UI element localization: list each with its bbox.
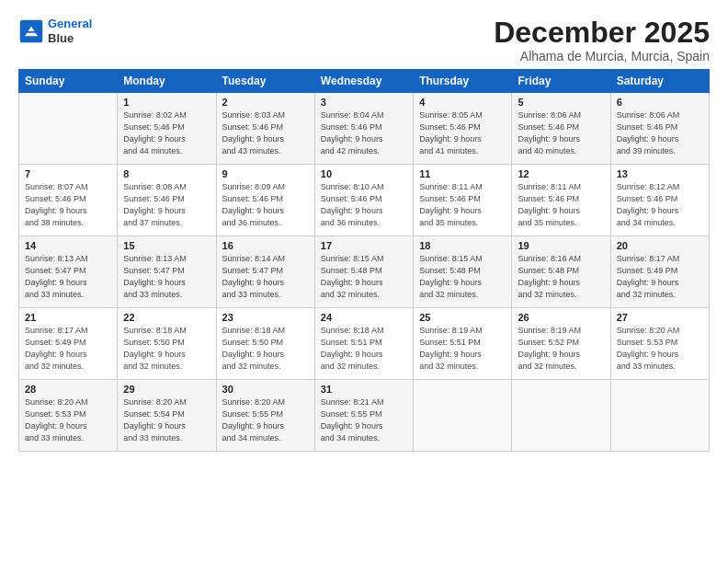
- day-number: 17: [321, 240, 407, 251]
- calendar-cell: 10Sunrise: 8:10 AM Sunset: 5:46 PM Dayli…: [314, 165, 413, 236]
- calendar-cell: 4Sunrise: 8:05 AM Sunset: 5:46 PM Daylig…: [414, 93, 512, 165]
- day-info: Sunrise: 8:20 AM Sunset: 5:55 PM Dayligh…: [222, 396, 309, 444]
- calendar-cell: 18Sunrise: 8:15 AM Sunset: 5:48 PM Dayli…: [414, 236, 512, 308]
- day-info: Sunrise: 8:15 AM Sunset: 5:48 PM Dayligh…: [419, 253, 506, 301]
- calendar-cell: 6Sunrise: 8:06 AM Sunset: 5:46 PM Daylig…: [610, 93, 709, 165]
- day-info: Sunrise: 8:13 AM Sunset: 5:47 PM Dayligh…: [25, 253, 111, 301]
- day-info: Sunrise: 8:16 AM Sunset: 5:48 PM Dayligh…: [518, 253, 604, 301]
- calendar-cell: 11Sunrise: 8:11 AM Sunset: 5:46 PM Dayli…: [414, 165, 512, 236]
- day-header-friday: Friday: [512, 70, 610, 93]
- day-info: Sunrise: 8:19 AM Sunset: 5:52 PM Dayligh…: [518, 325, 604, 373]
- day-info: Sunrise: 8:02 AM Sunset: 5:46 PM Dayligh…: [123, 109, 210, 157]
- day-number: 12: [518, 168, 604, 179]
- day-number: 22: [123, 312, 210, 323]
- week-row-3: 14Sunrise: 8:13 AM Sunset: 5:47 PM Dayli…: [19, 236, 710, 308]
- day-info: Sunrise: 8:17 AM Sunset: 5:49 PM Dayligh…: [25, 325, 111, 373]
- month-title: December 2025: [494, 17, 710, 49]
- calendar-cell: 13Sunrise: 8:12 AM Sunset: 5:46 PM Dayli…: [610, 165, 709, 236]
- day-header-thursday: Thursday: [414, 70, 512, 93]
- day-number: 14: [25, 240, 111, 251]
- day-number: 9: [222, 168, 309, 179]
- day-info: Sunrise: 8:09 AM Sunset: 5:46 PM Dayligh…: [222, 181, 309, 229]
- day-number: 24: [321, 312, 407, 323]
- day-number: 30: [222, 384, 309, 395]
- day-number: 4: [419, 97, 506, 108]
- location-subtitle: Alhama de Murcia, Murcia, Spain: [494, 49, 710, 63]
- calendar-cell: 22Sunrise: 8:18 AM Sunset: 5:50 PM Dayli…: [118, 308, 216, 380]
- day-info: Sunrise: 8:12 AM Sunset: 5:46 PM Dayligh…: [617, 181, 703, 229]
- day-info: Sunrise: 8:19 AM Sunset: 5:51 PM Dayligh…: [419, 325, 506, 373]
- day-info: Sunrise: 8:20 AM Sunset: 5:53 PM Dayligh…: [25, 396, 111, 444]
- calendar-table: SundayMondayTuesdayWednesdayThursdayFrid…: [18, 69, 710, 452]
- day-info: Sunrise: 8:05 AM Sunset: 5:46 PM Dayligh…: [419, 109, 506, 157]
- calendar-cell: 28Sunrise: 8:20 AM Sunset: 5:53 PM Dayli…: [19, 380, 118, 452]
- day-header-wednesday: Wednesday: [314, 70, 413, 93]
- week-row-5: 28Sunrise: 8:20 AM Sunset: 5:53 PM Dayli…: [19, 380, 710, 452]
- day-number: 1: [123, 97, 210, 108]
- week-row-1: 1Sunrise: 8:02 AM Sunset: 5:46 PM Daylig…: [19, 93, 710, 165]
- calendar-cell: 24Sunrise: 8:18 AM Sunset: 5:51 PM Dayli…: [314, 308, 413, 380]
- day-number: 28: [25, 384, 111, 395]
- calendar-cell: 27Sunrise: 8:20 AM Sunset: 5:53 PM Dayli…: [610, 308, 709, 380]
- calendar-cell: 16Sunrise: 8:14 AM Sunset: 5:47 PM Dayli…: [216, 236, 314, 308]
- calendar-cell: 1Sunrise: 8:02 AM Sunset: 5:46 PM Daylig…: [118, 93, 216, 165]
- page: General Blue December 2025 Alhama de Mur…: [0, 0, 728, 563]
- calendar-cell: 3Sunrise: 8:04 AM Sunset: 5:46 PM Daylig…: [314, 93, 413, 165]
- day-info: Sunrise: 8:20 AM Sunset: 5:54 PM Dayligh…: [123, 396, 210, 444]
- calendar-cell: [610, 380, 709, 452]
- day-info: Sunrise: 8:06 AM Sunset: 5:46 PM Dayligh…: [617, 109, 703, 157]
- calendar-cell: 14Sunrise: 8:13 AM Sunset: 5:47 PM Dayli…: [19, 236, 118, 308]
- day-info: Sunrise: 8:20 AM Sunset: 5:53 PM Dayligh…: [617, 325, 703, 373]
- day-info: Sunrise: 8:18 AM Sunset: 5:50 PM Dayligh…: [222, 325, 309, 373]
- week-row-2: 7Sunrise: 8:07 AM Sunset: 5:46 PM Daylig…: [19, 165, 710, 236]
- calendar-cell: 17Sunrise: 8:15 AM Sunset: 5:48 PM Dayli…: [314, 236, 413, 308]
- day-number: 25: [419, 312, 506, 323]
- day-number: 7: [25, 168, 111, 179]
- calendar-cell: 9Sunrise: 8:09 AM Sunset: 5:46 PM Daylig…: [216, 165, 314, 236]
- day-number: 31: [321, 384, 407, 395]
- calendar-body: 1Sunrise: 8:02 AM Sunset: 5:46 PM Daylig…: [19, 93, 710, 452]
- day-number: 13: [617, 168, 703, 179]
- calendar-cell: 20Sunrise: 8:17 AM Sunset: 5:49 PM Dayli…: [610, 236, 709, 308]
- calendar-cell: 12Sunrise: 8:11 AM Sunset: 5:46 PM Dayli…: [512, 165, 610, 236]
- day-info: Sunrise: 8:21 AM Sunset: 5:55 PM Dayligh…: [321, 396, 407, 444]
- day-number: 21: [25, 312, 111, 323]
- day-info: Sunrise: 8:13 AM Sunset: 5:47 PM Dayligh…: [123, 253, 210, 301]
- calendar-cell: 25Sunrise: 8:19 AM Sunset: 5:51 PM Dayli…: [414, 308, 512, 380]
- day-info: Sunrise: 8:17 AM Sunset: 5:49 PM Dayligh…: [617, 253, 703, 301]
- calendar-cell: [414, 380, 512, 452]
- day-number: 3: [321, 97, 407, 108]
- day-info: Sunrise: 8:15 AM Sunset: 5:48 PM Dayligh…: [321, 253, 407, 301]
- calendar-cell: 5Sunrise: 8:06 AM Sunset: 5:46 PM Daylig…: [512, 93, 610, 165]
- logo: General Blue: [18, 17, 92, 45]
- calendar-cell: 31Sunrise: 8:21 AM Sunset: 5:55 PM Dayli…: [314, 380, 413, 452]
- day-number: 23: [222, 312, 309, 323]
- day-number: 29: [123, 384, 210, 395]
- calendar-cell: [512, 380, 610, 452]
- svg-rect-2: [27, 31, 37, 33]
- day-header-monday: Monday: [118, 70, 216, 93]
- logo-icon: [18, 18, 44, 44]
- day-number: 27: [617, 312, 703, 323]
- day-number: 2: [222, 97, 309, 108]
- day-number: 19: [518, 240, 604, 251]
- calendar-cell: 29Sunrise: 8:20 AM Sunset: 5:54 PM Dayli…: [118, 380, 216, 452]
- day-number: 8: [123, 168, 210, 179]
- day-number: 16: [222, 240, 309, 251]
- day-number: 26: [518, 312, 604, 323]
- calendar-cell: [19, 93, 118, 165]
- day-info: Sunrise: 8:11 AM Sunset: 5:46 PM Dayligh…: [419, 181, 506, 229]
- day-number: 11: [419, 168, 506, 179]
- calendar-cell: 21Sunrise: 8:17 AM Sunset: 5:49 PM Dayli…: [19, 308, 118, 380]
- calendar-cell: 8Sunrise: 8:08 AM Sunset: 5:46 PM Daylig…: [118, 165, 216, 236]
- day-info: Sunrise: 8:10 AM Sunset: 5:46 PM Dayligh…: [321, 181, 407, 229]
- calendar-cell: 2Sunrise: 8:03 AM Sunset: 5:46 PM Daylig…: [216, 93, 314, 165]
- day-info: Sunrise: 8:07 AM Sunset: 5:46 PM Dayligh…: [25, 181, 111, 229]
- calendar-cell: 26Sunrise: 8:19 AM Sunset: 5:52 PM Dayli…: [512, 308, 610, 380]
- day-header-sunday: Sunday: [19, 70, 118, 93]
- day-header-saturday: Saturday: [610, 70, 709, 93]
- calendar-cell: 23Sunrise: 8:18 AM Sunset: 5:50 PM Dayli…: [216, 308, 314, 380]
- day-info: Sunrise: 8:18 AM Sunset: 5:50 PM Dayligh…: [123, 325, 210, 373]
- week-row-4: 21Sunrise: 8:17 AM Sunset: 5:49 PM Dayli…: [19, 308, 710, 380]
- day-header-tuesday: Tuesday: [216, 70, 314, 93]
